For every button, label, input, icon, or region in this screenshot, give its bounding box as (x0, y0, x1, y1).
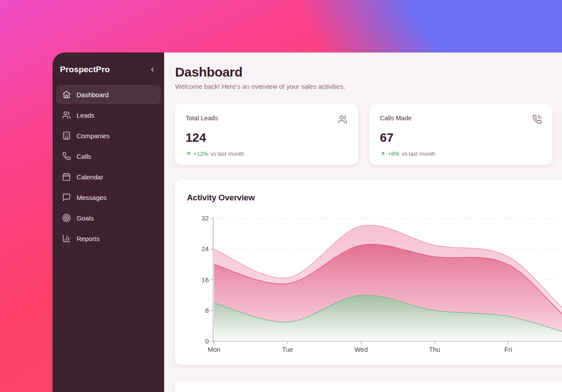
building-icon (62, 131, 71, 140)
sidebar-item-goals[interactable]: Goals (56, 208, 161, 228)
svg-text:Wed: Wed (355, 346, 368, 353)
sidebar-header: ProspectPro (56, 52, 161, 85)
svg-text:32: 32 (201, 214, 209, 222)
sidebar-item-calendar[interactable]: Calendar (56, 167, 161, 186)
sidebar-item-label: Goals (77, 214, 94, 222)
sidebar-item-label: Messages (77, 194, 106, 201)
sidebar-item-companies[interactable]: Companies (56, 126, 161, 145)
sidebar-item-label: Calls (77, 153, 91, 160)
stat-card-calls-made: Calls Made67+8%vs last month (369, 104, 552, 165)
chart-title: Activity Overview (187, 193, 562, 203)
calendar-icon (62, 172, 71, 181)
phone-icon (62, 152, 71, 161)
app-window: ProspectPro DashboardLeadsCompaniesCalls… (53, 52, 562, 392)
stat-card-value: 124 (186, 131, 348, 145)
svg-text:Mon: Mon (207, 346, 220, 353)
phone-call-icon (532, 115, 542, 126)
activity-chart: 08162432MonTueWedThuFriSatSun (184, 210, 562, 361)
app-logo: ProspectPro (60, 65, 110, 74)
bar-chart-icon (62, 234, 71, 243)
stat-cards: Total Leads124+12%vs last monthCalls Mad… (175, 104, 562, 165)
svg-text:Tue: Tue (282, 346, 293, 353)
svg-text:16: 16 (201, 276, 209, 284)
stat-card-label: Total Leads (186, 115, 218, 122)
stat-card-label: Calls Made (380, 115, 412, 122)
sidebar-item-leads[interactable]: Leads (56, 105, 161, 125)
sidebar-collapse-button[interactable] (148, 65, 157, 74)
sidebar-item-calls[interactable]: Calls (56, 147, 161, 166)
sidebar-nav: DashboardLeadsCompaniesCallsCalendarMess… (56, 85, 161, 248)
page-title: Dashboard (175, 65, 562, 80)
chevron-left-icon (149, 66, 155, 73)
message-square-icon (62, 193, 71, 202)
arrow-up-right-icon (380, 151, 386, 157)
sidebar-item-reports[interactable]: Reports (56, 229, 161, 248)
stat-card-value: 67 (380, 131, 542, 145)
users-icon (62, 111, 71, 119)
svg-text:Thu: Thu (429, 346, 440, 353)
sidebar-item-label: Dashboard (77, 91, 109, 98)
target-icon (62, 214, 71, 222)
main-content: Dashboard Welcome back! Here's an overvi… (164, 52, 562, 392)
stat-card-total-leads: Total Leads124+12%vs last month (175, 104, 358, 165)
page-subtitle: Welcome back! Here's an overview of your… (175, 83, 562, 90)
svg-text:24: 24 (201, 245, 209, 252)
activity-overview-card: Activity Overview 08162432MonTueWedThuFr… (175, 179, 562, 365)
house-icon (62, 90, 71, 99)
sidebar-item-label: Leads (77, 112, 95, 119)
svg-text:Fri: Fri (504, 346, 512, 353)
stat-card-trend: +12%vs last month (186, 150, 348, 157)
sidebar-item-dashboard[interactable]: Dashboard (56, 85, 161, 104)
svg-text:0: 0 (205, 337, 209, 345)
sidebar-item-label: Companies (77, 132, 110, 140)
sidebar: ProspectPro DashboardLeadsCompaniesCalls… (53, 52, 164, 392)
stat-card-trend: +8%vs last month (380, 150, 542, 157)
sidebar-item-label: Calendar (77, 173, 103, 181)
arrow-up-right-icon (186, 151, 191, 157)
users-icon (338, 115, 348, 126)
sidebar-item-label: Reports (77, 235, 100, 242)
bottom-card-partial (175, 381, 562, 392)
svg-text:8: 8 (205, 307, 209, 314)
sidebar-item-messages[interactable]: Messages (56, 188, 161, 207)
